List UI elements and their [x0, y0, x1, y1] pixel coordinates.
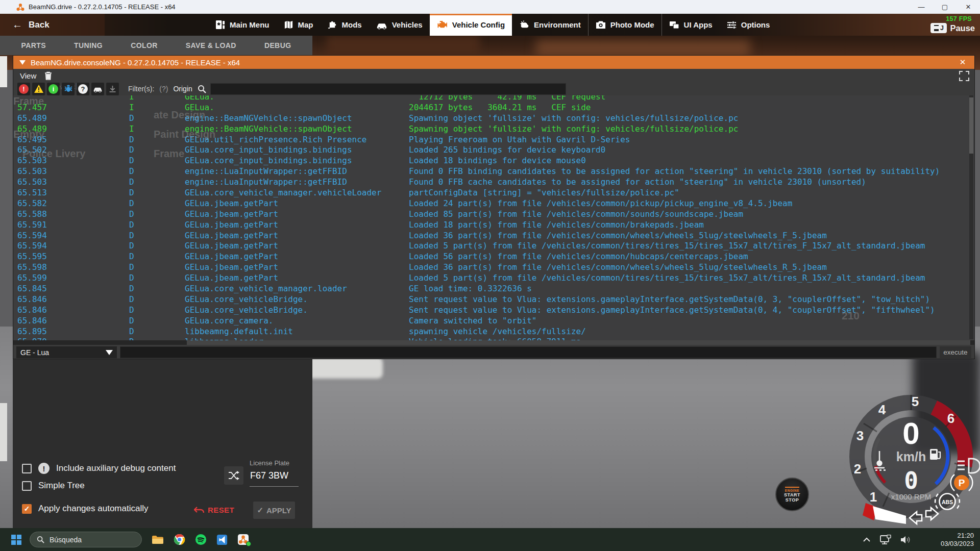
- ghost-parts-tree-label: Empty: [13, 129, 44, 140]
- log-level: D: [129, 156, 134, 165]
- filter-error-icon[interactable]: !: [17, 83, 30, 95]
- log-time: 65.503: [17, 166, 47, 176]
- speaker-icon[interactable]: [900, 535, 912, 544]
- spotify-icon[interactable]: [195, 534, 207, 545]
- menu-item-main-menu[interactable]: Main Menu: [208, 14, 277, 36]
- menu-item-ui-apps[interactable]: UI Apps: [662, 14, 720, 36]
- chrome-icon[interactable]: [174, 534, 185, 545]
- log-level: D: [129, 166, 134, 176]
- randomize-plate-button[interactable]: [224, 466, 243, 485]
- console-window: BeamNG.drive.consoleNG - 0.27.2.0.14705 …: [13, 55, 975, 359]
- close-button[interactable]: ✕: [957, 0, 980, 14]
- minimize-button[interactable]: —: [910, 0, 933, 14]
- log-time: 65.599: [17, 273, 47, 283]
- network-icon[interactable]: [879, 535, 892, 545]
- log-message: Sent request value to Vlua: extensions.g…: [409, 294, 930, 304]
- filter-vehicle-icon[interactable]: [91, 83, 104, 95]
- pause-button[interactable]: J Pause: [930, 23, 975, 33]
- menu-item-map[interactable]: Map: [277, 14, 321, 36]
- checkbox-box[interactable]: [22, 481, 32, 491]
- windows-start-button[interactable]: [11, 535, 21, 545]
- search-icon: [198, 85, 206, 93]
- trash-icon[interactable]: [44, 71, 52, 80]
- menu-item-environment[interactable]: Environment: [512, 14, 588, 36]
- view-menu[interactable]: View: [20, 71, 36, 80]
- log-time: 65.895: [17, 327, 47, 336]
- execute-button[interactable]: execute: [940, 346, 971, 358]
- pause-keybind-icon: J: [930, 23, 947, 33]
- log-origin: libbeamng.default.init: [185, 327, 293, 336]
- menu-item-vehicles[interactable]: Vehicles: [369, 14, 430, 36]
- log-row: 65.594 D GELua.jbeam.getPart Loaded 5 pa…: [13, 241, 974, 252]
- log-origin: GELua.: [185, 95, 214, 102]
- log-origin: GELua.jbeam.getPart: [185, 220, 278, 230]
- log-level: D: [129, 231, 134, 240]
- log-message: 12712 bytes 42.19 ms CEF request: [409, 95, 605, 102]
- lua-vm-dropdown[interactable]: GE - Lua: [16, 346, 117, 358]
- checkbox-aux-debug[interactable]: ! Include auxiliary debug content: [22, 463, 176, 474]
- options-sliders-icon: [727, 20, 737, 30]
- filter-debug-bug-icon[interactable]: [62, 83, 75, 95]
- reset-button[interactable]: RESET: [194, 506, 234, 514]
- menu-item-photo-mode[interactable]: Photo Mode: [588, 14, 662, 36]
- menu-item-options[interactable]: Options: [720, 14, 777, 36]
- log-vertical-scrollbar[interactable]: [969, 95, 973, 339]
- back-button[interactable]: ← Back: [0, 14, 105, 36]
- window-title: BeamNG.drive - 0.27.2.0.14705 - RELEASE …: [29, 3, 176, 11]
- maximize-button[interactable]: ▢: [933, 0, 957, 14]
- log-level: D: [129, 220, 134, 230]
- speed-value: 0: [902, 416, 919, 450]
- log-origin: engine::LuaInputWrapper::getFFBID: [185, 177, 347, 187]
- tab-debug[interactable]: DEBUG: [264, 41, 291, 49]
- apply-button[interactable]: ✓ APPLY: [253, 502, 295, 519]
- taskbar-clock[interactable]: 21:20 03/03/2023: [920, 532, 974, 548]
- filter-info-icon[interactable]: i: [47, 83, 60, 95]
- tab-save-load[interactable]: SAVE & LOAD: [186, 41, 236, 49]
- log-time: 65.503: [17, 177, 47, 187]
- log-message: partConfigData [string] = "vehicles/full…: [409, 188, 679, 197]
- checkbox-box[interactable]: [22, 464, 32, 473]
- filter-warning-icon[interactable]: [32, 83, 45, 95]
- taskbar-search-input[interactable]: Búsqueda: [30, 532, 142, 547]
- tray-chevron-icon[interactable]: [863, 537, 871, 542]
- collapse-triangle-icon[interactable]: [19, 60, 26, 65]
- notification-dot: [246, 541, 251, 546]
- console-close-icon[interactable]: ✕: [957, 58, 968, 67]
- log-level: D: [129, 284, 134, 293]
- scrollbar-thumb[interactable]: [187, 340, 970, 345]
- filter-search-input[interactable]: [210, 83, 566, 95]
- clock-time: 21:20: [920, 532, 974, 540]
- log-message: Camera switched to "orbit": [409, 316, 536, 325]
- tab-color[interactable]: COLOR: [131, 41, 158, 49]
- tachometer-gauge: 1 2 3 4 5 6 0 km/h 0 x1000 RPM: [832, 387, 980, 541]
- log-row: 65.598 D GELua.jbeam.getPart Loaded 36 p…: [13, 262, 974, 273]
- license-plate-input[interactable]: F67 3BW: [250, 470, 288, 481]
- tab-tuning[interactable]: TUNING: [74, 41, 103, 49]
- beamng-console-app-icon[interactable]: [237, 534, 249, 545]
- checkbox-simple-tree[interactable]: Simple Tree: [22, 481, 85, 491]
- svg-text:ABS: ABS: [942, 499, 953, 505]
- filter-download-icon[interactable]: [106, 83, 119, 95]
- log-horizontal-scrollbar[interactable]: [13, 340, 974, 345]
- log-row: 65.846 D GELua.core_vehicleBridge. Sent …: [13, 294, 974, 305]
- scrollbar-thumb[interactable]: [969, 97, 973, 154]
- checkbox-box-checked[interactable]: ✓: [22, 504, 32, 514]
- mods-puzzle-icon: [328, 20, 337, 30]
- app-icon-blue[interactable]: [216, 534, 228, 545]
- console-titlebar[interactable]: BeamNG.drive.consoleNG - 0.27.2.0.14705 …: [13, 56, 974, 69]
- log-time: 65.591: [17, 220, 47, 230]
- checkbox-label: Include auxiliary debug content: [56, 463, 176, 473]
- log-message: Loaded 56 part(s) from file /vehicles/co…: [409, 252, 748, 261]
- filter-help-icon[interactable]: ?: [77, 83, 89, 95]
- tab-parts[interactable]: PARTS: [21, 41, 46, 49]
- menu-item-mods[interactable]: Mods: [321, 14, 369, 36]
- checkbox-apply-auto[interactable]: ✓ Apply changes automatically: [22, 504, 148, 514]
- log-time: 65.489: [17, 113, 47, 123]
- file-explorer-icon[interactable]: [152, 535, 164, 545]
- log-row: 65.503 D engine::LuaInputWrapper::getFFB…: [13, 166, 974, 177]
- log-time: 65.846: [17, 316, 47, 325]
- log-level: D: [129, 316, 134, 325]
- engine-start-stop-button[interactable]: ENGINE START STOP: [775, 478, 809, 511]
- console-command-input[interactable]: [120, 346, 937, 358]
- menu-item-vehicle-config[interactable]: Vehicle Config: [430, 14, 512, 36]
